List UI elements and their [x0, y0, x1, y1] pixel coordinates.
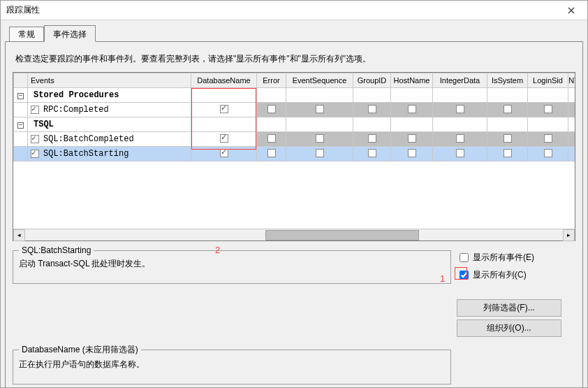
table-row[interactable]: −Stored Procedures [14, 88, 575, 103]
tab-general[interactable]: 常规 [9, 27, 44, 41]
grid-cell-checkbox[interactable] [286, 147, 353, 161]
grid-cell-checkbox[interactable] [353, 147, 391, 161]
grid-cell-checkbox[interactable] [257, 147, 286, 161]
grid-cell-checkbox[interactable] [487, 103, 528, 117]
mid-row: SQL:BatchStarting 启动 Transact-SQL 批处理时发生… [13, 241, 575, 340]
show-all-columns-checkbox[interactable]: 显示所有列(C) [457, 268, 575, 282]
titlebar: 跟踪属性 [1, 1, 587, 20]
grid-cell-checkbox[interactable] [433, 132, 487, 147]
column-filters-button[interactable]: 列筛选器(F)... [457, 299, 561, 317]
table-row[interactable]: SQL:BatchCompleted [14, 132, 575, 147]
grid-cell-checkbox[interactable] [433, 103, 487, 117]
scroll-track[interactable] [25, 229, 563, 241]
grid-cell-checkbox[interactable] [487, 147, 528, 161]
grid-cell-checkbox[interactable] [257, 132, 286, 147]
show-all-events-input[interactable] [460, 253, 469, 262]
event-description-text: 启动 Transact-SQL 批处理时发生。 [19, 258, 445, 278]
tab-strip: 常规 事件选择 [9, 24, 583, 41]
table-row[interactable]: RPC:Completed [14, 103, 575, 117]
annotation-label-1: 1 [440, 273, 447, 284]
show-all-columns-label: 显示所有列(C) [473, 269, 527, 281]
grid-cell-checkbox[interactable] [257, 103, 286, 117]
show-all-events-checkbox[interactable]: 显示所有事件(E) [457, 251, 575, 264]
grid-cell-checkbox[interactable] [391, 147, 433, 161]
header-event-sequence[interactable]: EventSequence [286, 73, 353, 88]
close-button[interactable] [555, 1, 587, 20]
grid-cell-checkbox[interactable] [353, 132, 391, 147]
instruction-text: 检查选定要跟踪的事件和事件列。要查看完整列表，请选择"显示所有事件"和"显示所有… [15, 53, 575, 65]
event-label[interactable]: SQL:BatchCompleted [28, 132, 191, 147]
column-description-text: 正在执行用户语句的数据库名称。 [19, 359, 445, 378]
grid-cell-checkbox[interactable] [528, 103, 568, 117]
organize-columns-button[interactable]: 组织列(O)... [457, 319, 561, 337]
event-description-fieldset: SQL:BatchStarting 启动 Transact-SQL 批处理时发生… [13, 245, 451, 284]
annotation-label-2: 2 [215, 245, 220, 255]
right-controls: 显示所有事件(E) 显示所有列(C) 1 列筛选器(F)... 组织列(O)..… [457, 241, 575, 340]
events-panel: 检查选定要跟踪的事件和事件列。要查看完整列表，请选择"显示所有事件"和"显示所有… [5, 41, 583, 388]
event-label[interactable]: SQL:BatchStarting [28, 147, 191, 161]
event-group-label: Stored Procedures [28, 88, 191, 103]
grid-cell-checkbox[interactable] [391, 132, 433, 147]
grid-cell-checkbox[interactable] [433, 147, 487, 161]
close-icon [568, 7, 575, 14]
header-integer-data[interactable]: IntegerData [433, 73, 487, 88]
scroll-right-arrow[interactable]: ▸ [563, 229, 575, 241]
header-database-name[interactable]: DatabaseName [191, 73, 257, 88]
grid-cell-checkbox[interactable] [191, 103, 257, 117]
event-row-checkbox[interactable] [31, 135, 39, 143]
grid-cell-checkbox[interactable] [487, 132, 528, 147]
grid-cell-checkbox[interactable] [528, 132, 568, 147]
tab-events-selection[interactable]: 事件选择 [44, 25, 96, 42]
grid-cell-checkbox[interactable] [191, 132, 257, 147]
table-row[interactable]: −TSQL [14, 117, 575, 132]
header-tree [14, 73, 28, 88]
grid-cell-checkbox[interactable] [191, 147, 257, 161]
scroll-left-arrow[interactable]: ◂ [13, 229, 25, 241]
grid-cell-checkbox[interactable] [286, 132, 353, 147]
show-all-events-label: 显示所有事件(E) [473, 252, 534, 264]
event-description-legend: SQL:BatchStarting [19, 245, 94, 255]
event-label[interactable]: RPC:Completed [28, 103, 191, 117]
events-table: Events DatabaseName Error EventSequence … [13, 73, 575, 161]
show-all-columns-input[interactable] [460, 271, 469, 280]
table-row[interactable]: SQL:BatchStarting [14, 147, 575, 161]
grid-cell-checkbox[interactable] [353, 103, 391, 117]
trace-properties-dialog: 跟踪属性 常规 事件选择 检查选定要跟踪的事件和事件列。要查看完整列表，请选择"… [0, 0, 588, 388]
horizontal-scrollbar[interactable]: ◂ ▸ [13, 229, 575, 240]
header-events[interactable]: Events [28, 73, 191, 88]
grid-cell-checkbox[interactable] [528, 147, 568, 161]
column-description-fieldset: DatabaseName (未应用筛选器) 正在执行用户语句的数据库名称。 [13, 344, 451, 385]
header-group-id[interactable]: GroupID [353, 73, 391, 88]
header-error[interactable]: Error [257, 73, 286, 88]
header-nt[interactable]: NT [568, 73, 575, 88]
grid-cell-checkbox[interactable] [286, 103, 353, 117]
event-group-label: TSQL [28, 117, 191, 132]
scroll-thumb[interactable] [265, 230, 419, 240]
event-row-checkbox[interactable] [31, 150, 39, 158]
header-host-name[interactable]: HostName [391, 73, 433, 88]
tree-toggle[interactable]: − [14, 117, 28, 132]
event-row-checkbox[interactable] [31, 106, 39, 114]
table-header-row: Events DatabaseName Error EventSequence … [14, 73, 575, 88]
column-description-legend: DatabaseName (未应用筛选器) [19, 344, 141, 356]
tree-toggle[interactable]: − [14, 88, 28, 103]
events-grid: Events DatabaseName Error EventSequence … [13, 72, 575, 241]
header-login-sid[interactable]: LoginSid [528, 73, 568, 88]
grid-cell-checkbox[interactable] [391, 103, 433, 117]
dialog-body: 常规 事件选择 检查选定要跟踪的事件和事件列。要查看完整列表，请选择"显示所有事… [1, 20, 587, 388]
header-is-system[interactable]: IsSystem [487, 73, 528, 88]
window-title: 跟踪属性 [6, 4, 40, 16]
